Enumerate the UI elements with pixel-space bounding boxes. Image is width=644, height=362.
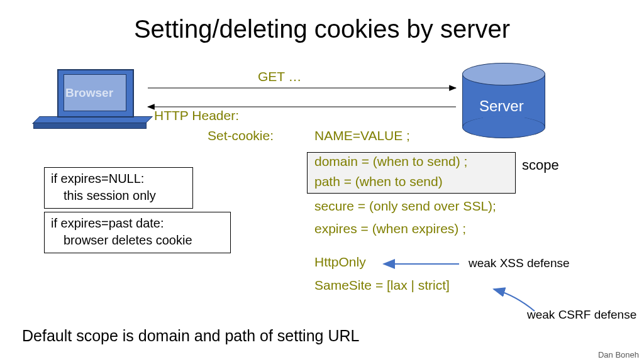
request-label: GET … <box>258 69 302 84</box>
attr-path: path = (when to send) <box>314 174 443 189</box>
slide: Setting/deleting cookies by server Brows… <box>0 0 644 362</box>
browser-label: Browser <box>65 86 113 100</box>
xss-annotation: weak XSS defense <box>469 256 570 270</box>
name-value: NAME=VALUE ; <box>314 128 410 143</box>
csrf-annotation: weak CSRF defense <box>527 308 636 322</box>
attr-expires: expires = (when expires) ; <box>314 221 466 236</box>
note-null-line1: if expires=NULL: <box>51 172 144 185</box>
response-header-label: HTTP Header: <box>154 108 239 123</box>
footer-text: Default scope is domain and path of sett… <box>22 327 359 345</box>
author-credit: Dan Boneh <box>598 350 639 359</box>
note-null-line2: this session only <box>51 187 186 204</box>
attr-httponly: HttpOnly <box>314 255 366 270</box>
browser-icon <box>40 69 140 135</box>
server-label: Server <box>479 97 524 115</box>
note-expires-past: if expires=past date: browser deletes co… <box>44 212 231 253</box>
note-expires-null: if expires=NULL: this session only <box>44 167 193 209</box>
note-past-line2: browser deletes cookie <box>51 232 224 249</box>
set-cookie-label: Set-cookie: <box>208 128 274 143</box>
slide-title: Setting/deleting cookies by server <box>0 15 644 43</box>
attr-domain: domain = (when to send) ; <box>314 154 467 169</box>
note-past-line1: if expires=past date: <box>51 216 164 230</box>
scope-label: scope <box>522 157 559 173</box>
attr-samesite: SameSite = [lax | strict] <box>314 278 450 293</box>
attr-secure: secure = (only send over SSL); <box>314 199 496 214</box>
